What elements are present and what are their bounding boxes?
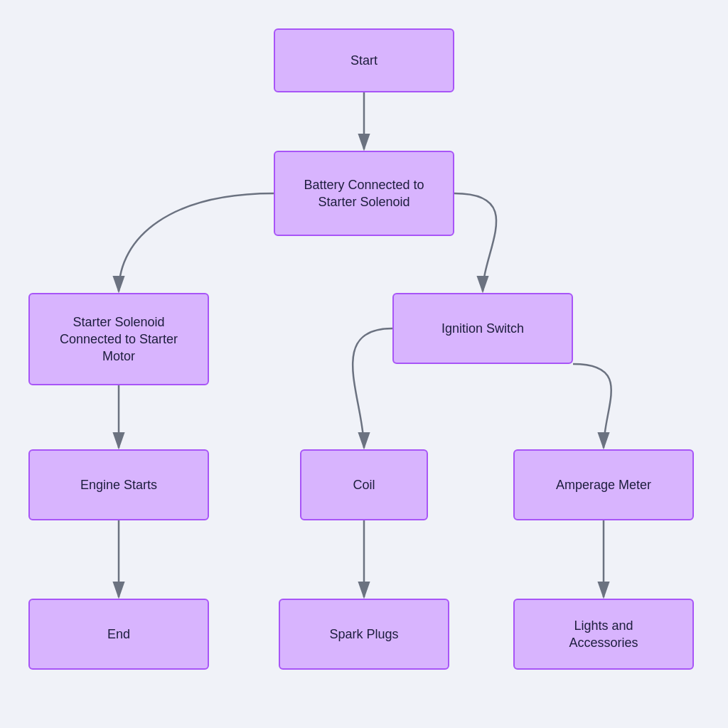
flowchart-diagram: Start Battery Connected toStarter Soleno… [16,16,712,712]
node-lights: Lights andAccessories [513,599,694,670]
node-amperage: Amperage Meter [513,449,694,520]
node-battery: Battery Connected toStarter Solenoid [274,151,454,236]
node-start: Start [274,28,454,92]
node-coil: Coil [300,449,428,520]
node-engine: Engine Starts [28,449,209,520]
node-sparkplugs: Spark Plugs [279,599,449,670]
node-end: End [28,599,209,670]
node-ignition: Ignition Switch [392,293,573,364]
node-solenoid: Starter SolenoidConnected to StarterMoto… [28,293,209,385]
